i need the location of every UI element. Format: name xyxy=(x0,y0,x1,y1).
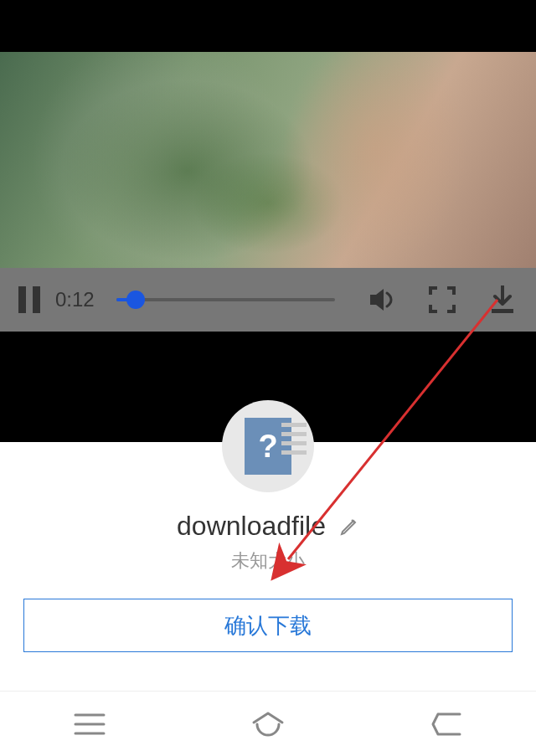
question-mark-icon: ? xyxy=(258,429,277,465)
volume-icon[interactable] xyxy=(367,285,397,315)
menu-icon[interactable] xyxy=(72,707,107,742)
download-panel: ? downloadfile 未知大小 确认下载 xyxy=(0,442,536,691)
home-icon[interactable] xyxy=(250,707,286,742)
edit-icon[interactable] xyxy=(339,517,359,537)
confirm-download-label: 确认下载 xyxy=(224,611,312,640)
download-icon[interactable] xyxy=(487,285,518,315)
video-time: 0:12 xyxy=(55,288,95,311)
file-name: downloadfile xyxy=(177,511,326,542)
file-lines-icon xyxy=(281,423,307,460)
video-player: 0:12 xyxy=(0,0,536,442)
svg-rect-2 xyxy=(492,309,513,313)
bottom-nav xyxy=(0,691,536,756)
fullscreen-icon[interactable] xyxy=(427,285,457,315)
file-size: 未知大小 xyxy=(231,548,305,573)
svg-rect-1 xyxy=(33,286,40,313)
file-type-icon: ? xyxy=(222,400,314,492)
video-progress-thumb[interactable] xyxy=(126,291,145,309)
pause-button[interactable] xyxy=(18,286,40,313)
back-icon[interactable] xyxy=(429,707,464,742)
video-controls: 0:12 xyxy=(0,268,536,332)
video-progress-bar[interactable] xyxy=(116,298,335,301)
video-frame[interactable] xyxy=(0,52,536,268)
video-right-controls xyxy=(367,285,518,315)
unknown-file-icon: ? xyxy=(245,418,291,475)
file-name-row: downloadfile xyxy=(177,511,359,542)
svg-rect-0 xyxy=(18,286,26,313)
video-letterbox-top xyxy=(0,0,536,52)
confirm-download-button[interactable]: 确认下载 xyxy=(23,599,513,652)
